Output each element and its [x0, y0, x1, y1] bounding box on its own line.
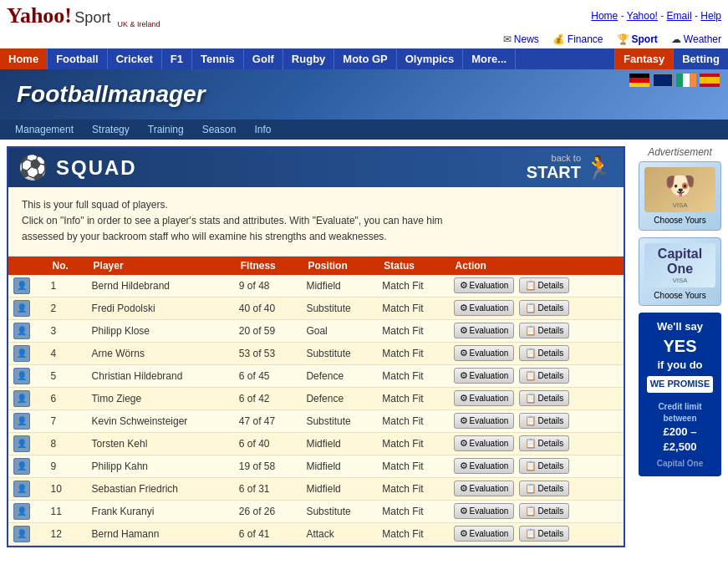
help-link[interactable]: Help [700, 10, 721, 22]
weather-nav-item[interactable]: ☁ Weather [671, 33, 721, 45]
player-position: Defence [301, 387, 377, 410]
email-link[interactable]: Email [667, 10, 692, 22]
fm-nav-management[interactable]: Management [7, 121, 82, 138]
eval-button[interactable]: ⚙Evaluation [454, 458, 515, 474]
player-no: 5 [45, 364, 86, 387]
details-icon: 📋 [525, 415, 537, 426]
details-button[interactable]: 📋Details [519, 300, 570, 316]
player-icon-cell: 👤 [8, 319, 45, 342]
weather-link[interactable]: Weather [684, 33, 721, 45]
news-nav-item[interactable]: ✉ News [503, 33, 539, 45]
details-button[interactable]: 📋Details [519, 481, 570, 496]
sport-link[interactable]: Sport [632, 33, 658, 45]
flag-spain[interactable] [700, 74, 720, 87]
eval-button[interactable]: ⚙Evaluation [454, 345, 515, 361]
logo: Yahoo! Sport UK & Ireland [7, 3, 160, 28]
nav-olympics[interactable]: Olympics [397, 48, 464, 69]
nav-motogp[interactable]: Moto GP [334, 48, 396, 69]
squad-title-text: SQUAD [56, 156, 137, 180]
eval-button[interactable]: ⚙Evaluation [454, 300, 515, 316]
nav-golf[interactable]: Golf [244, 48, 283, 69]
player-status: Match Fit [377, 364, 448, 387]
eval-button[interactable]: ⚙Evaluation [454, 277, 515, 293]
co-credit-amount: £200 – £2,500 [645, 425, 715, 455]
flag-ireland[interactable] [676, 74, 696, 87]
details-button[interactable]: 📋Details [519, 458, 570, 474]
player-no: 1 [45, 275, 86, 298]
details-button[interactable]: 📋Details [519, 503, 570, 519]
home-link[interactable]: Home [591, 10, 618, 22]
details-button[interactable]: 📋Details [519, 277, 570, 293]
player-action: ⚙Evaluation 📋Details [449, 387, 624, 410]
yahoo-link[interactable]: Yahoo! [627, 10, 658, 22]
details-button[interactable]: 📋Details [519, 345, 570, 361]
co-line1: We'll say [645, 319, 715, 334]
player-status: Match Fit [377, 297, 448, 319]
player-no: 12 [45, 522, 86, 545]
top-bar: Yahoo! Sport UK & Ireland Home - Yahoo! … [0, 0, 728, 32]
eval-button[interactable]: ⚙Evaluation [454, 323, 515, 338]
finance-nav-item[interactable]: 💰 Finance [552, 33, 603, 45]
nav-more[interactable]: More... [463, 48, 516, 69]
flag-uk[interactable] [653, 74, 673, 87]
player-no: 8 [45, 432, 86, 455]
squad-info-line2: Click on "Info" in order to see a player… [22, 213, 610, 229]
nav-cricket[interactable]: Cricket [108, 48, 162, 69]
nav-tennis[interactable]: Tennis [192, 48, 244, 69]
fm-nav-season[interactable]: Season [194, 121, 245, 138]
player-action: ⚙Evaluation 📋Details [449, 297, 624, 319]
eval-button[interactable]: ⚙Evaluation [454, 390, 515, 406]
fm-nav-training[interactable]: Training [140, 121, 192, 138]
eval-button[interactable]: ⚙Evaluation [454, 368, 515, 384]
fm-subnav: Management Strategy Training Season Info [0, 120, 728, 140]
col-action: Action [449, 257, 624, 275]
fm-nav-strategy[interactable]: Strategy [84, 121, 138, 138]
details-button[interactable]: 📋Details [519, 390, 570, 406]
details-button[interactable]: 📋Details [519, 413, 570, 429]
eval-icon: ⚙ [460, 438, 468, 449]
content-area: ⚽ SQUAD back to START 🏃 This is your ful… [0, 140, 728, 554]
nav-football[interactable]: Football [48, 48, 108, 69]
nav-f1[interactable]: F1 [162, 48, 192, 69]
col-icon [8, 257, 45, 275]
player-fitness: 20 of 59 [234, 319, 302, 342]
details-button[interactable]: 📋Details [519, 368, 570, 384]
details-button[interactable]: 📋Details [519, 435, 570, 451]
news-link[interactable]: News [514, 33, 539, 45]
co-line3: if you do [645, 358, 715, 373]
back-to-start-button[interactable]: back to START 🏃 [527, 153, 613, 182]
eval-button[interactable]: ⚙Evaluation [454, 413, 515, 429]
nav-betting[interactable]: Betting [673, 48, 728, 69]
flag-germany[interactable] [629, 74, 649, 87]
yahoo-logo: Yahoo! Sport [7, 3, 110, 28]
player-action: ⚙Evaluation 📋Details [449, 275, 624, 298]
nav-home[interactable]: Home [0, 48, 48, 69]
eval-button[interactable]: ⚙Evaluation [454, 526, 515, 542]
player-position: Midfield [301, 455, 377, 477]
details-button[interactable]: 📋Details [519, 323, 570, 338]
fm-nav-info[interactable]: Info [246, 121, 279, 138]
table-row: 👤 5 Christian Hildebrand 6 of 45 Defence… [8, 364, 624, 387]
sport-icon: 🏆 [617, 33, 629, 45]
details-button[interactable]: 📋Details [519, 526, 570, 542]
news-icon: ✉ [503, 33, 512, 45]
eval-button[interactable]: ⚙Evaluation [454, 435, 515, 451]
player-name: Philipp Klose [87, 319, 234, 342]
sport-nav-item[interactable]: 🏆 Sport [617, 33, 658, 45]
player-icon: 👤 [13, 390, 30, 407]
player-name: Kevin Schweinsteiger [87, 410, 234, 432]
eval-button[interactable]: ⚙Evaluation [454, 503, 515, 519]
finance-link[interactable]: Finance [568, 33, 603, 45]
main-content: ⚽ SQUAD back to START 🏃 This is your ful… [0, 140, 632, 554]
ad-capital-one[interactable]: We'll say YES if you do WE PROMISE Credi… [639, 313, 721, 476]
nav-rugby[interactable]: Rugby [283, 48, 334, 69]
player-icon: 👤 [13, 323, 30, 339]
ad-card1[interactable]: 🐶 VISA Choose Yours [639, 161, 721, 231]
nav-fantasy[interactable]: Fantasy [614, 48, 673, 69]
player-icon-cell: 👤 [8, 342, 45, 364]
ad-card2-visa: VISA [648, 277, 712, 284]
ad-card2[interactable]: Capital One VISA Choose Yours [639, 237, 721, 306]
eval-button[interactable]: ⚙Evaluation [454, 481, 515, 496]
sidebar: Advertisement 🐶 VISA Choose Yours Capita… [632, 140, 728, 554]
player-name: Frank Kuranyi [87, 500, 234, 522]
